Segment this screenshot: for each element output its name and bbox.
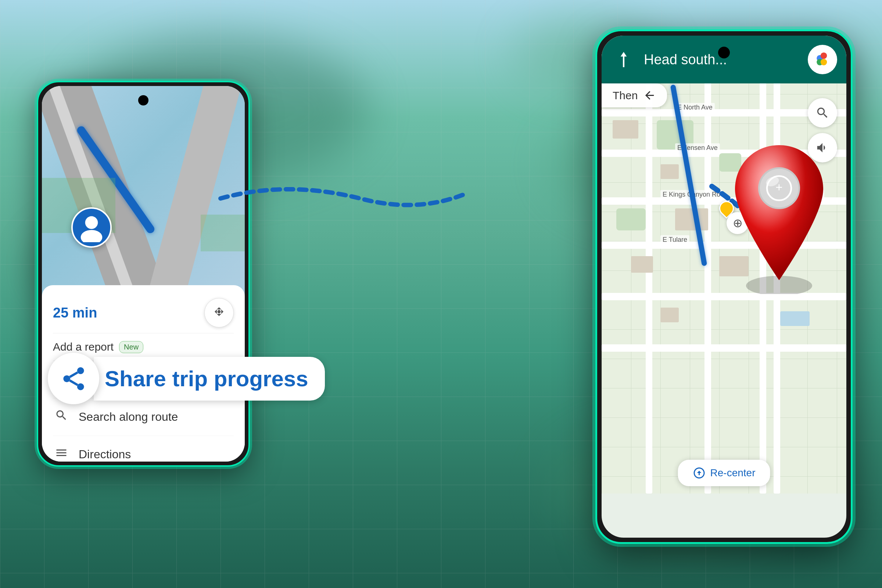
svg-point-1 [81,230,102,242]
search-route-label: Search along route [79,410,178,424]
nav-arrow-icon [611,46,636,72]
water-1 [780,311,810,326]
add-report-label: Add a report [53,340,114,353]
nav-bar: Head south... [602,36,846,83]
search-map-button[interactable] [808,98,837,128]
share-callout-text: Share trip progress [105,366,308,391]
svg-point-6 [63,375,70,382]
building-4 [631,256,653,273]
svg-text:+: + [776,180,782,194]
red-pin-svg: + [724,140,834,294]
svg-point-5 [77,367,84,374]
menu-item-directions[interactable]: Directions [53,436,234,462]
road-h8 [602,344,846,352]
svg-point-2 [218,310,221,314]
svg-point-11 [820,52,827,59]
svg-point-7 [77,383,84,390]
phone-left: 25 min Add a report New + [37,81,250,467]
recenter-button-left[interactable] [204,298,234,327]
recenter-label: Re-center [710,467,756,479]
road-label-north-ave: E North Ave [675,103,715,112]
camera-hole-right [718,46,730,58]
building-1 [613,120,638,138]
building-6 [660,308,679,322]
then-label: Then [613,89,638,102]
share-icon-circle [48,353,99,404]
eta-text: 25 min [53,305,97,321]
user-avatar [71,207,112,248]
phone-left-screen: 25 min Add a report New + [42,86,245,462]
svg-point-13 [820,59,827,65]
building-2 [660,164,679,179]
eta-bar: 25 min [53,292,234,333]
camera-hole-left [138,95,148,105]
directions-icon [53,446,69,462]
red-location-pin: + [724,140,834,294]
recenter-button-right[interactable]: Re-center [678,460,770,486]
dashed-connector [213,176,470,220]
share-callout: Share trip progress [48,353,325,404]
directions-label: Directions [79,448,131,461]
mic-button[interactable] [808,45,837,74]
svg-point-0 [85,216,98,229]
then-bar: Then [602,83,667,107]
svg-line-8 [69,380,77,385]
search-route-icon [53,409,69,425]
svg-line-9 [69,372,77,376]
new-badge: New [119,341,143,353]
share-text-bubble: Share trip progress [94,357,325,400]
